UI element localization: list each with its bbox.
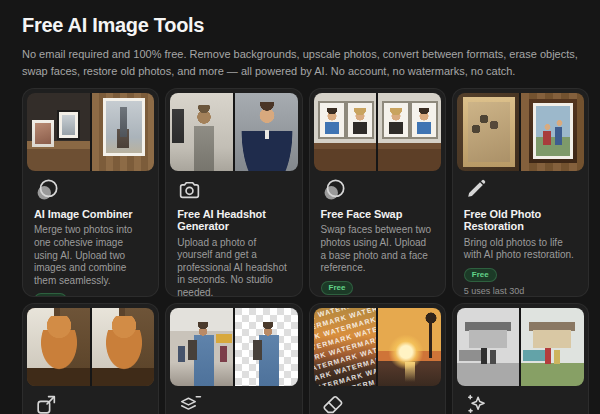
free-badge: Free	[464, 268, 497, 282]
card-body	[23, 386, 158, 414]
eraser-icon	[321, 392, 347, 414]
card-body: Free AI Headshot Generator Upload a phot…	[166, 171, 301, 297]
tool-description: Swap faces between two photos using AI. …	[321, 224, 434, 274]
camera-icon	[177, 177, 203, 203]
face-swap-circles-icon	[321, 177, 347, 203]
tool-title: Free Face Swap	[321, 208, 434, 220]
tool-card-photo-colorizer[interactable]	[452, 303, 589, 414]
free-badge: Free	[321, 281, 354, 295]
layers-minus-icon	[177, 392, 203, 414]
card-body	[310, 386, 445, 414]
tool-card-watermark-remover[interactable]: WATERMARK WATERMARK WATERMARK WATERMARK …	[309, 303, 446, 414]
card-body	[166, 386, 301, 414]
upscale-arrow-icon	[34, 392, 60, 414]
tools-grid: AI Image Combiner Merge two photos into …	[22, 88, 589, 414]
preview-after-image	[92, 93, 155, 171]
card-body: AI Image Combiner Merge two photos into …	[23, 171, 158, 297]
tool-card-old-photo-restoration[interactable]: Free Old Photo Restoration Bring old pho…	[452, 88, 589, 297]
preview-before-after	[457, 308, 584, 386]
sparkles-icon	[464, 392, 490, 414]
preview-watermarked-image: WATERMARK WATERMARK WATERMARK WATERMARK …	[314, 308, 377, 386]
combine-circles-icon	[34, 177, 60, 203]
tool-card-ai-headshot-generator[interactable]: Free AI Headshot Generator Upload a phot…	[165, 88, 302, 297]
card-body: Free Old Photo Restoration Bring old pho…	[453, 171, 588, 297]
preview-before-image	[314, 93, 377, 171]
preview-before-image	[27, 93, 90, 171]
tool-description: Merge two photos into one cohesive image…	[34, 224, 147, 287]
preview-before-image	[27, 308, 90, 386]
preview-before-after: WATERMARK WATERMARK WATERMARK WATERMARK …	[314, 308, 441, 386]
page-subtitle: No email required and 100% free. Remove …	[22, 46, 582, 79]
free-badge: Free	[34, 293, 67, 297]
tool-title: Free AI Headshot Generator	[177, 208, 290, 233]
preview-before-after	[170, 308, 297, 386]
watermark-text-overlay: WATERMARK WATERMARK WATERMARK WATERMARK …	[314, 308, 377, 386]
tool-card-ai-image-combiner[interactable]: AI Image Combiner Merge two photos into …	[22, 88, 159, 297]
usage-count: 5 uses last 30d	[464, 286, 577, 296]
preview-after-image	[378, 93, 441, 171]
preview-after-image	[92, 308, 155, 386]
tool-title: Free Old Photo Restoration	[464, 208, 577, 233]
preview-before-after	[27, 93, 154, 171]
card-body: Free Face Swap Swap faces between two ph…	[310, 171, 445, 297]
preview-before-image	[457, 93, 520, 171]
preview-after-image	[235, 308, 298, 386]
tool-card-background-remover[interactable]	[165, 303, 302, 414]
tool-title: AI Image Combiner	[34, 208, 147, 220]
preview-before-image	[170, 308, 233, 386]
preview-clean-image	[378, 308, 441, 386]
page: Free AI Image Tools No email required an…	[0, 0, 600, 414]
preview-before-after	[27, 308, 154, 386]
tool-description: Bring old photos to life with AI photo r…	[464, 237, 577, 262]
preview-before-after	[314, 93, 441, 171]
tool-description: Upload a photo of yourself and get a pro…	[177, 237, 290, 297]
preview-before-after	[457, 93, 584, 171]
tool-card-face-swap[interactable]: Free Face Swap Swap faces between two ph…	[309, 88, 446, 297]
tool-card-image-upscaler[interactable]	[22, 303, 159, 414]
preview-after-image	[521, 308, 584, 386]
preview-before-after	[170, 93, 297, 171]
pencil-icon	[464, 177, 490, 203]
preview-after-image	[521, 93, 584, 171]
preview-after-image	[235, 93, 298, 171]
page-title: Free AI Image Tools	[22, 14, 589, 37]
preview-before-image	[457, 308, 520, 386]
card-body	[453, 386, 588, 414]
preview-before-image	[170, 93, 233, 171]
